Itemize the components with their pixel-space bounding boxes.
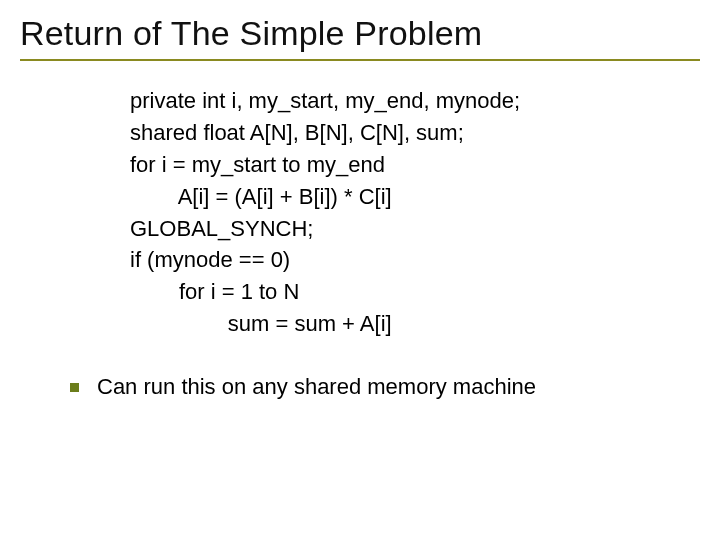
code-line: shared float A[N], B[N], C[N], sum; xyxy=(130,120,464,145)
code-block: private int i, my_start, my_end, mynode;… xyxy=(130,85,700,340)
code-line: for i = my_start to my_end xyxy=(130,152,385,177)
code-line: for i = 1 to N xyxy=(130,279,299,304)
square-bullet-icon xyxy=(70,383,79,392)
code-line: if (mynode == 0) xyxy=(130,247,290,272)
code-line: sum = sum + A[i] xyxy=(130,311,392,336)
bullet-item: Can run this on any shared memory machin… xyxy=(70,374,700,400)
code-line: A[i] = (A[i] + B[i]) * C[i] xyxy=(130,184,392,209)
bullet-text: Can run this on any shared memory machin… xyxy=(97,374,536,400)
code-line: GLOBAL_SYNCH; xyxy=(130,216,313,241)
slide-title: Return of The Simple Problem xyxy=(20,14,700,61)
slide: Return of The Simple Problem private int… xyxy=(0,0,720,540)
code-line: private int i, my_start, my_end, mynode; xyxy=(130,88,520,113)
